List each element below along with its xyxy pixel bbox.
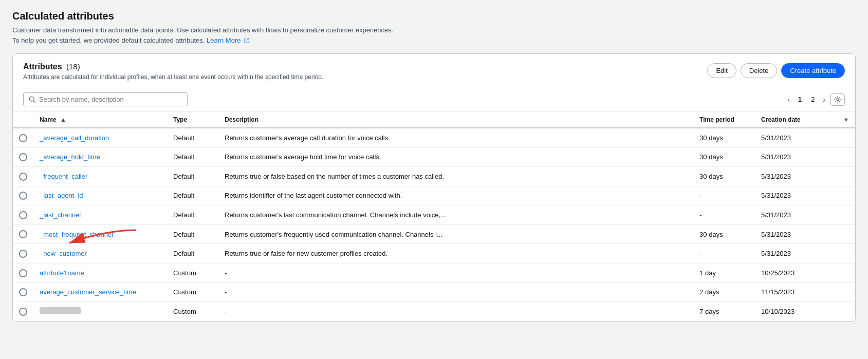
table-row: _last_channelDefaultReturns customer's l… <box>13 205 855 225</box>
row-creation-date-cell: 10/10/2023 <box>755 302 837 322</box>
attribute-name-link[interactable]: _new_customer <box>40 250 87 257</box>
row-radio-cell <box>13 205 33 225</box>
attribute-name-link[interactable]: average_customer_service_time <box>40 288 136 296</box>
row-description-cell: Returns customer's frequently used commu… <box>218 224 693 244</box>
search-input[interactable] <box>39 96 182 103</box>
blurred-name <box>40 307 81 314</box>
row-radio-cell <box>13 167 33 186</box>
row-creation-date-cell: 10/25/2023 <box>755 263 837 282</box>
row-type-cell: Default <box>167 244 218 263</box>
row-radio-cell <box>13 302 33 322</box>
attributes-card: Attributes (18) Attributes are calculate… <box>12 53 856 322</box>
row-type-cell: Default <box>167 167 218 186</box>
settings-icon <box>834 96 841 103</box>
col-header-creation-date: Creation date <box>755 112 837 128</box>
row-radio-button[interactable] <box>19 153 27 161</box>
row-radio-cell <box>13 282 33 302</box>
delete-button[interactable]: Delete <box>741 63 778 78</box>
row-type-cell: Default <box>167 147 218 167</box>
attribute-name-link[interactable]: attribute1name <box>40 269 84 277</box>
row-name-cell: _average_hold_time <box>33 147 167 167</box>
attribute-name-link[interactable]: _most_frequent_channel <box>40 231 113 238</box>
attribute-name-link[interactable]: _frequent_caller <box>40 173 87 180</box>
row-radio-cell <box>13 244 33 263</box>
row-type-cell: Default <box>167 205 218 225</box>
section-title: Attributes (18) <box>23 62 323 71</box>
row-dropdown-cell <box>837 244 855 263</box>
col-header-dropdown: ▼ <box>837 112 855 128</box>
row-radio-cell <box>13 186 33 205</box>
row-radio-cell <box>13 128 33 147</box>
row-type-cell: Custom <box>167 302 218 322</box>
row-time-period-cell: 1 day <box>693 263 755 282</box>
row-radio-button[interactable] <box>19 211 27 219</box>
row-type-cell: Default <box>167 186 218 205</box>
pagination-next-button[interactable]: › <box>821 95 827 105</box>
row-description-cell: - <box>218 282 693 302</box>
row-dropdown-cell <box>837 128 855 147</box>
row-radio-button[interactable] <box>19 250 27 258</box>
attribute-name-link[interactable]: _last_agent_id <box>40 192 83 199</box>
row-time-period-cell: 7 days <box>693 302 755 322</box>
row-dropdown-cell <box>837 167 855 186</box>
row-radio-button[interactable] <box>19 173 27 181</box>
row-name-cell: _most_frequent_channel <box>33 224 167 244</box>
row-type-cell: Default <box>167 128 218 147</box>
row-description-cell: - <box>218 302 693 322</box>
row-radio-cell <box>13 224 33 244</box>
attribute-name-link[interactable]: _average_hold_time <box>40 153 100 161</box>
table-row: average_customer_service_timeCustom-2 da… <box>13 282 855 302</box>
row-description-cell: Returns true or false based on the numbe… <box>218 167 693 186</box>
row-radio-button[interactable] <box>19 134 27 142</box>
page-num-1[interactable]: 1 <box>795 95 805 104</box>
column-dropdown-icon[interactable]: ▼ <box>843 117 849 123</box>
row-name-cell: _frequent_caller <box>33 167 167 186</box>
row-time-period-cell: 30 days <box>693 167 755 186</box>
learn-more-link[interactable]: Learn More <box>207 36 241 44</box>
attribute-name-link[interactable]: _average_call_duration <box>40 134 109 142</box>
pagination-prev-button[interactable]: ‹ <box>785 95 792 105</box>
row-dropdown-cell <box>837 186 855 205</box>
row-radio-button[interactable] <box>19 288 27 296</box>
row-dropdown-cell <box>837 224 855 244</box>
create-attribute-button[interactable]: Create attribute <box>781 63 845 78</box>
svg-point-2 <box>837 99 839 101</box>
table-row: _average_call_durationDefaultReturns cus… <box>13 128 855 147</box>
edit-button[interactable]: Edit <box>707 63 736 78</box>
row-type-cell: Custom <box>167 282 218 302</box>
row-name-cell: _last_channel <box>33 205 167 225</box>
row-creation-date-cell: 5/31/2023 <box>755 244 837 263</box>
row-creation-date-cell: 11/15/2023 <box>755 282 837 302</box>
row-type-cell: Custom <box>167 263 218 282</box>
row-radio-button[interactable] <box>19 308 27 316</box>
sort-arrow-name: ▲ <box>60 116 66 123</box>
row-dropdown-cell <box>837 205 855 225</box>
table-body: _average_call_durationDefaultReturns cus… <box>13 128 855 322</box>
row-dropdown-cell <box>837 302 855 322</box>
row-creation-date-cell: 5/31/2023 <box>755 167 837 186</box>
col-header-type: Type <box>167 112 218 128</box>
row-name-cell: average_customer_service_time <box>33 282 167 302</box>
table-row: Custom-7 days10/10/2023 <box>13 302 855 322</box>
row-description-cell: Returns customer's average hold time for… <box>218 147 693 167</box>
external-link-icon <box>244 37 250 44</box>
table-settings-button[interactable] <box>830 93 845 106</box>
col-header-time-period: Time period <box>693 112 755 128</box>
row-radio-button[interactable] <box>19 230 27 238</box>
table-container: Name ▲ Type Description Time period Crea… <box>13 112 855 322</box>
row-time-period-cell: - <box>693 244 755 263</box>
search-box[interactable] <box>23 92 188 106</box>
card-header-left: Attributes (18) Attributes are calculate… <box>23 62 323 81</box>
row-radio-cell <box>13 147 33 167</box>
row-description-cell: Returns customer's average call duration… <box>218 128 693 147</box>
row-radio-button[interactable] <box>19 192 27 200</box>
section-subtitle: Attributes are calculated for individual… <box>23 73 323 81</box>
row-type-cell: Default <box>167 224 218 244</box>
row-description-cell: Returns identifier of the last agent cus… <box>218 186 693 205</box>
row-time-period-cell: - <box>693 186 755 205</box>
page-num-2[interactable]: 2 <box>808 95 818 104</box>
row-radio-button[interactable] <box>19 269 27 277</box>
col-header-name[interactable]: Name ▲ <box>33 112 167 128</box>
table-row: _most_frequent_channelDefaultReturns cus… <box>13 224 855 244</box>
attribute-name-link[interactable]: _last_channel <box>40 211 81 219</box>
